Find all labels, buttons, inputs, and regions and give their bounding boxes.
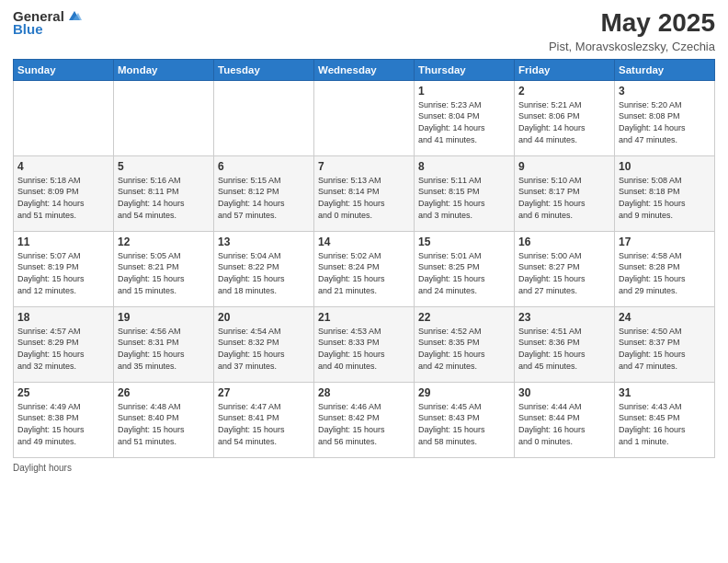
calendar-week-2: 4Sunrise: 5:18 AM Sunset: 8:09 PM Daylig… — [14, 155, 715, 231]
col-header-friday: Friday — [515, 59, 615, 80]
footer-label: Daylight hours — [13, 463, 72, 473]
calendar-day-16: 16Sunrise: 5:00 AM Sunset: 8:27 PM Dayli… — [515, 231, 615, 306]
calendar-day-26: 26Sunrise: 4:48 AM Sunset: 8:40 PM Dayli… — [114, 382, 214, 457]
day-info: Sunrise: 5:02 AM Sunset: 8:24 PM Dayligh… — [318, 250, 410, 296]
day-number: 28 — [318, 386, 410, 399]
title-block: May 2025 Pist, Moravskoslezsky, Czechia — [549, 9, 715, 53]
day-number: 9 — [518, 160, 610, 173]
day-number: 11 — [17, 236, 109, 248]
logo-blue-text: Blue — [13, 22, 43, 38]
calendar-day-13: 13Sunrise: 5:04 AM Sunset: 8:22 PM Dayli… — [214, 231, 314, 306]
day-info: Sunrise: 5:00 AM Sunset: 8:27 PM Dayligh… — [518, 250, 610, 296]
footer: Daylight hours — [13, 463, 715, 473]
day-info: Sunrise: 4:56 AM Sunset: 8:31 PM Dayligh… — [118, 326, 210, 372]
day-number: 26 — [118, 386, 210, 399]
calendar-day-29: 29Sunrise: 4:45 AM Sunset: 8:43 PM Dayli… — [415, 382, 515, 457]
day-info: Sunrise: 5:07 AM Sunset: 8:19 PM Dayligh… — [17, 250, 109, 296]
day-number: 14 — [318, 236, 410, 248]
day-info: Sunrise: 4:50 AM Sunset: 8:37 PM Dayligh… — [619, 326, 711, 372]
day-number: 27 — [218, 386, 310, 399]
day-info: Sunrise: 5:18 AM Sunset: 8:09 PM Dayligh… — [17, 175, 109, 221]
calendar-week-4: 18Sunrise: 4:57 AM Sunset: 8:29 PM Dayli… — [14, 306, 715, 382]
day-info: Sunrise: 4:46 AM Sunset: 8:42 PM Dayligh… — [318, 401, 410, 447]
calendar-week-1: 1Sunrise: 5:23 AM Sunset: 8:04 PM Daylig… — [14, 80, 715, 155]
calendar-day-23: 23Sunrise: 4:51 AM Sunset: 8:36 PM Dayli… — [515, 306, 615, 382]
calendar-day-21: 21Sunrise: 4:53 AM Sunset: 8:33 PM Dayli… — [314, 306, 415, 382]
day-info: Sunrise: 4:53 AM Sunset: 8:33 PM Dayligh… — [318, 326, 410, 372]
col-header-thursday: Thursday — [415, 59, 515, 80]
day-info: Sunrise: 4:48 AM Sunset: 8:40 PM Dayligh… — [118, 401, 210, 447]
calendar-day-15: 15Sunrise: 5:01 AM Sunset: 8:25 PM Dayli… — [415, 231, 515, 306]
page-container: General Blue May 2025 Pist, Moravskoslez… — [0, 0, 728, 480]
calendar-day-6: 6Sunrise: 5:15 AM Sunset: 8:12 PM Daylig… — [214, 155, 314, 231]
calendar-day-2: 2Sunrise: 5:21 AM Sunset: 8:06 PM Daylig… — [515, 80, 615, 155]
calendar-day-12: 12Sunrise: 5:05 AM Sunset: 8:21 PM Dayli… — [114, 231, 214, 306]
day-number: 18 — [17, 311, 109, 324]
day-info: Sunrise: 5:01 AM Sunset: 8:25 PM Dayligh… — [418, 250, 510, 296]
day-number: 6 — [218, 160, 310, 173]
calendar-day-5: 5Sunrise: 5:16 AM Sunset: 8:11 PM Daylig… — [114, 155, 214, 231]
calendar-day-20: 20Sunrise: 4:54 AM Sunset: 8:32 PM Dayli… — [214, 306, 314, 382]
calendar-day-4: 4Sunrise: 5:18 AM Sunset: 8:09 PM Daylig… — [14, 155, 114, 231]
day-number: 22 — [418, 311, 510, 324]
day-number: 20 — [218, 311, 310, 324]
calendar-empty-cell — [314, 80, 415, 155]
header: General Blue May 2025 Pist, Moravskoslez… — [13, 9, 715, 53]
day-info: Sunrise: 5:23 AM Sunset: 8:04 PM Dayligh… — [418, 99, 510, 145]
day-info: Sunrise: 5:20 AM Sunset: 8:08 PM Dayligh… — [619, 99, 711, 145]
day-info: Sunrise: 5:15 AM Sunset: 8:12 PM Dayligh… — [218, 175, 310, 221]
calendar-day-14: 14Sunrise: 5:02 AM Sunset: 8:24 PM Dayli… — [314, 231, 415, 306]
day-number: 15 — [418, 236, 510, 248]
logo-icon — [65, 7, 82, 24]
day-number: 2 — [518, 85, 610, 98]
day-info: Sunrise: 5:11 AM Sunset: 8:15 PM Dayligh… — [418, 175, 510, 221]
day-info: Sunrise: 4:58 AM Sunset: 8:28 PM Dayligh… — [619, 250, 711, 296]
day-info: Sunrise: 4:43 AM Sunset: 8:45 PM Dayligh… — [619, 401, 711, 447]
calendar-day-17: 17Sunrise: 4:58 AM Sunset: 8:28 PM Dayli… — [615, 231, 715, 306]
day-number: 8 — [418, 160, 510, 173]
calendar-day-1: 1Sunrise: 5:23 AM Sunset: 8:04 PM Daylig… — [415, 80, 515, 155]
day-number: 17 — [619, 236, 711, 248]
calendar-week-5: 25Sunrise: 4:49 AM Sunset: 8:38 PM Dayli… — [14, 382, 715, 457]
calendar-day-18: 18Sunrise: 4:57 AM Sunset: 8:29 PM Dayli… — [14, 306, 114, 382]
col-header-wednesday: Wednesday — [314, 59, 415, 80]
day-number: 13 — [218, 236, 310, 248]
calendar-empty-cell — [14, 80, 114, 155]
day-number: 23 — [518, 311, 610, 324]
calendar-empty-cell — [214, 80, 314, 155]
day-number: 4 — [17, 160, 109, 173]
calendar-day-28: 28Sunrise: 4:46 AM Sunset: 8:42 PM Dayli… — [314, 382, 415, 457]
day-info: Sunrise: 4:52 AM Sunset: 8:35 PM Dayligh… — [418, 326, 510, 372]
calendar-empty-cell — [114, 80, 214, 155]
day-number: 25 — [17, 386, 109, 399]
calendar-day-30: 30Sunrise: 4:44 AM Sunset: 8:44 PM Dayli… — [515, 382, 615, 457]
day-number: 16 — [518, 236, 610, 248]
day-info: Sunrise: 5:13 AM Sunset: 8:14 PM Dayligh… — [318, 175, 410, 221]
day-number: 21 — [318, 311, 410, 324]
day-number: 12 — [118, 236, 210, 248]
calendar-day-27: 27Sunrise: 4:47 AM Sunset: 8:41 PM Dayli… — [214, 382, 314, 457]
col-header-tuesday: Tuesday — [214, 59, 314, 80]
calendar-day-19: 19Sunrise: 4:56 AM Sunset: 8:31 PM Dayli… — [114, 306, 214, 382]
day-number: 10 — [619, 160, 711, 173]
calendar-day-7: 7Sunrise: 5:13 AM Sunset: 8:14 PM Daylig… — [314, 155, 415, 231]
calendar-day-25: 25Sunrise: 4:49 AM Sunset: 8:38 PM Dayli… — [14, 382, 114, 457]
day-number: 30 — [518, 386, 610, 399]
day-info: Sunrise: 5:05 AM Sunset: 8:21 PM Dayligh… — [118, 250, 210, 296]
day-info: Sunrise: 5:16 AM Sunset: 8:11 PM Dayligh… — [118, 175, 210, 221]
calendar-day-11: 11Sunrise: 5:07 AM Sunset: 8:19 PM Dayli… — [14, 231, 114, 306]
day-number: 7 — [318, 160, 410, 173]
calendar-day-9: 9Sunrise: 5:10 AM Sunset: 8:17 PM Daylig… — [515, 155, 615, 231]
day-number: 24 — [619, 311, 711, 324]
col-header-sunday: Sunday — [14, 59, 114, 80]
main-title: May 2025 — [549, 9, 715, 38]
day-info: Sunrise: 5:08 AM Sunset: 8:18 PM Dayligh… — [619, 175, 711, 221]
day-info: Sunrise: 5:21 AM Sunset: 8:06 PM Dayligh… — [518, 99, 610, 145]
day-number: 19 — [118, 311, 210, 324]
calendar-week-3: 11Sunrise: 5:07 AM Sunset: 8:19 PM Dayli… — [14, 231, 715, 306]
day-info: Sunrise: 5:10 AM Sunset: 8:17 PM Dayligh… — [518, 175, 610, 221]
day-info: Sunrise: 4:45 AM Sunset: 8:43 PM Dayligh… — [418, 401, 510, 447]
day-info: Sunrise: 4:49 AM Sunset: 8:38 PM Dayligh… — [17, 401, 109, 447]
day-number: 31 — [619, 386, 711, 399]
logo: General Blue — [13, 9, 82, 37]
